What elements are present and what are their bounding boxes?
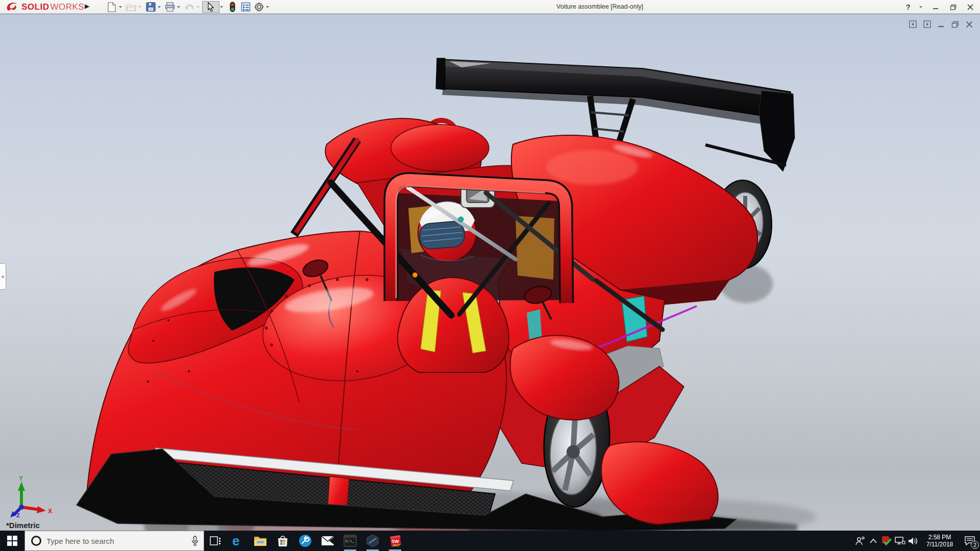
tray-chevron-up-icon[interactable]: [867, 531, 880, 551]
edge-icon: e: [231, 534, 245, 548]
edge-glyph: e: [232, 534, 239, 548]
clock-date: 7/11/2018: [923, 541, 957, 548]
cmd-glyph: C:\_: [346, 539, 355, 543]
orientation-triad: Y X Z: [8, 475, 54, 518]
search-input[interactable]: [46, 537, 191, 545]
task-view-button[interactable]: [204, 531, 227, 551]
start-button[interactable]: [0, 531, 24, 551]
ds-swirl-icon: [5, 2, 20, 13]
quick-access-toolbar: [105, 1, 272, 13]
sw-year: 2017: [393, 544, 400, 547]
gear-icon: [254, 2, 264, 12]
dropdown-caret[interactable]: [119, 6, 122, 8]
taskbar-command-prompt[interactable]: C:\_: [339, 531, 361, 551]
taskbar-store[interactable]: [272, 531, 294, 551]
graphics-area[interactable]: Y X Z *Dimetric: [0, 14, 980, 531]
store-icon: [277, 535, 289, 547]
task-view-icon: [210, 535, 221, 546]
print-icon: [165, 2, 175, 12]
taskbar-clock[interactable]: 2:58 PM 7/11/2018: [923, 534, 957, 548]
select-cursor-icon: [207, 2, 215, 12]
display-settings-button[interactable]: [239, 1, 252, 13]
microphone-icon[interactable]: [191, 536, 199, 546]
view-orientation-label: *Dimetric: [6, 521, 40, 530]
minimize-button[interactable]: [929, 2, 942, 13]
network-icon[interactable]: [893, 531, 906, 551]
dropdown-caret[interactable]: [197, 6, 200, 8]
rebuild-button[interactable]: [226, 1, 239, 13]
taskbar-mail[interactable]: [316, 531, 339, 551]
solidworks-logo: SOLID WORKS: [5, 1, 84, 13]
select-tool-button[interactable]: [202, 1, 219, 13]
title-bar: SOLID WORKS ▶: [0, 0, 980, 14]
taskbar-edge[interactable]: e: [227, 531, 249, 551]
open-folder-icon: [126, 3, 136, 12]
system-tray: 2:58 PM 7/11/2018 2: [853, 531, 980, 551]
wrench-circle-icon: [299, 534, 312, 547]
taskbar-search[interactable]: [24, 531, 204, 551]
new-document-icon: [107, 2, 116, 12]
brand-works: WORKS: [50, 2, 84, 12]
solidworks-tray-icon[interactable]: [880, 531, 893, 551]
undo-icon: [184, 3, 194, 12]
taskbar-settings-utility[interactable]: [294, 531, 316, 551]
restore-button[interactable]: [946, 2, 960, 13]
dropdown-caret[interactable]: [266, 6, 269, 8]
volume-icon[interactable]: [906, 531, 920, 551]
open-button[interactable]: [125, 1, 138, 13]
solidworks-window: SOLID WORKS ▶: [0, 0, 980, 551]
triad-y-label: Y: [19, 475, 23, 482]
clock-time: 2:58 PM: [923, 534, 957, 541]
orange-marker: [412, 272, 418, 278]
brand-solid: SOLID: [21, 2, 49, 12]
dropdown-caret[interactable]: [138, 6, 141, 8]
close-icon: [967, 4, 973, 10]
windows-taskbar: e: [0, 531, 980, 551]
new-document-button[interactable]: [105, 1, 118, 13]
taskbar-cad-viewer[interactable]: [361, 531, 384, 551]
help-button[interactable]: ?: [901, 2, 915, 13]
print-button[interactable]: [163, 1, 177, 13]
windows-logo-icon: [7, 536, 17, 546]
save-button[interactable]: [144, 1, 157, 13]
dropdown-caret[interactable]: [177, 6, 180, 8]
car-3d-model: [0, 14, 980, 531]
dropdown-caret[interactable]: [158, 6, 161, 8]
cortana-icon: [31, 536, 41, 546]
action-center-button[interactable]: 2: [960, 531, 980, 551]
menu-flyout-arrow[interactable]: ▶: [85, 3, 89, 10]
options-button[interactable]: [252, 1, 265, 13]
help-caret[interactable]: [919, 6, 922, 8]
taskbar-solidworks[interactable]: SW 2017: [384, 531, 406, 551]
mail-icon: [321, 536, 334, 546]
notification-badge: 2: [971, 541, 979, 549]
property-list-icon: [241, 2, 251, 12]
close-button[interactable]: [964, 2, 977, 13]
restore-icon: [950, 4, 957, 10]
hexagon-app-icon: [366, 534, 379, 547]
minimize-icon: [933, 4, 939, 10]
save-floppy-icon: [146, 2, 156, 12]
teal-marker: [458, 217, 463, 222]
traffic-light-icon: [229, 2, 236, 12]
triad-z-label: Z: [16, 512, 20, 518]
taskbar-file-explorer[interactable]: [249, 531, 272, 551]
sw-letters: SW: [391, 539, 399, 544]
helmet-visor: [419, 220, 465, 249]
window-controls: ?: [901, 0, 977, 14]
solidworks-2017-icon: SW 2017: [388, 534, 402, 548]
command-prompt-icon: C:\_: [344, 535, 357, 547]
triad-x-label: X: [48, 508, 52, 515]
document-title: Voiture assomblee [Read-only]: [556, 3, 643, 10]
file-explorer-icon: [254, 535, 267, 546]
dropdown-caret[interactable]: [220, 6, 223, 8]
people-icon[interactable]: [853, 531, 867, 551]
undo-button[interactable]: [183, 1, 196, 13]
